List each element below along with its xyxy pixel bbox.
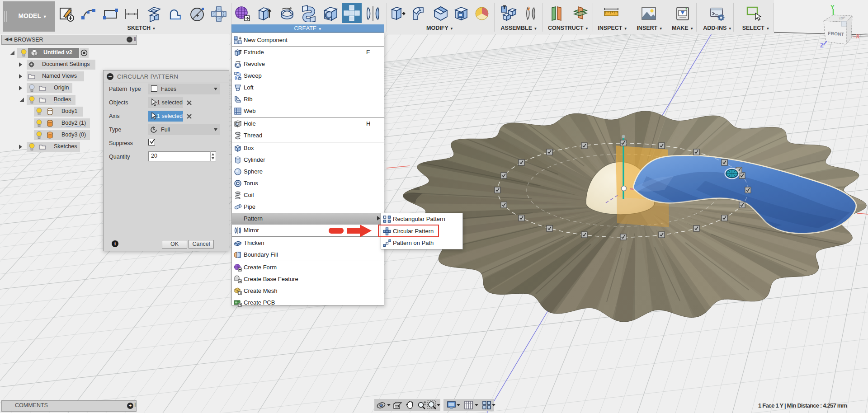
svg-text:Z: Z (820, 42, 824, 49)
svg-text:–X: –X (853, 33, 860, 40)
svg-text:Y: Y (830, 4, 835, 10)
